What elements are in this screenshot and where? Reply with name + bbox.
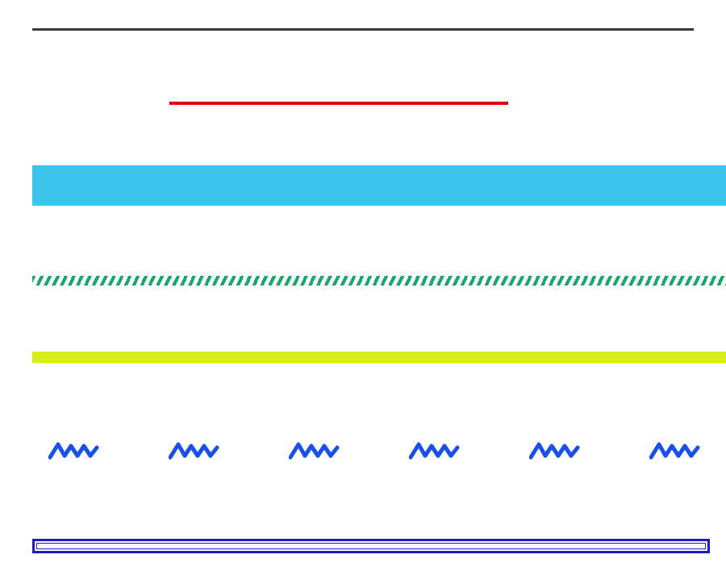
line-zigzag-blue — [48, 439, 706, 463]
zigzag-segment-icon — [529, 440, 586, 462]
zigzag-segment-icon — [649, 440, 706, 462]
line-thin-solid-red — [169, 102, 508, 105]
line-thin-solid-black — [32, 28, 694, 31]
line-solid-lime — [32, 352, 726, 363]
line-hatched-green — [32, 276, 726, 286]
zigzag-segment-icon — [409, 440, 465, 462]
line-double-border-blue — [32, 539, 710, 553]
zigzag-segment-icon — [289, 440, 345, 462]
zigzag-segment-icon — [48, 440, 105, 462]
zigzag-segment-icon — [169, 440, 225, 462]
line-thick-solid-cyan — [32, 165, 726, 206]
